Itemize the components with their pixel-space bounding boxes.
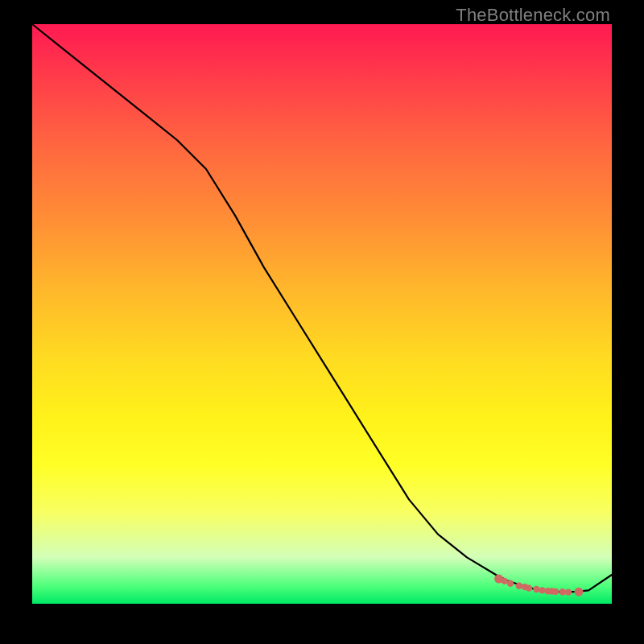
chart-overlay [32, 24, 612, 604]
highlight-dots [494, 575, 583, 597]
highlight-dot [565, 588, 572, 595]
highlight-dot [507, 580, 514, 587]
watermark-text: TheBottleneck.com [456, 5, 610, 26]
highlight-dot [516, 583, 522, 589]
curve-line [32, 24, 612, 592]
chart-frame: TheBottleneck.com [0, 0, 644, 644]
highlight-dot [539, 587, 545, 593]
highlight-dot [559, 588, 566, 595]
highlight-dot [575, 588, 584, 597]
highlight-dot [526, 584, 532, 591]
highlight-dot [552, 588, 559, 595]
highlight-dot [502, 578, 508, 584]
highlight-dot [533, 586, 539, 592]
